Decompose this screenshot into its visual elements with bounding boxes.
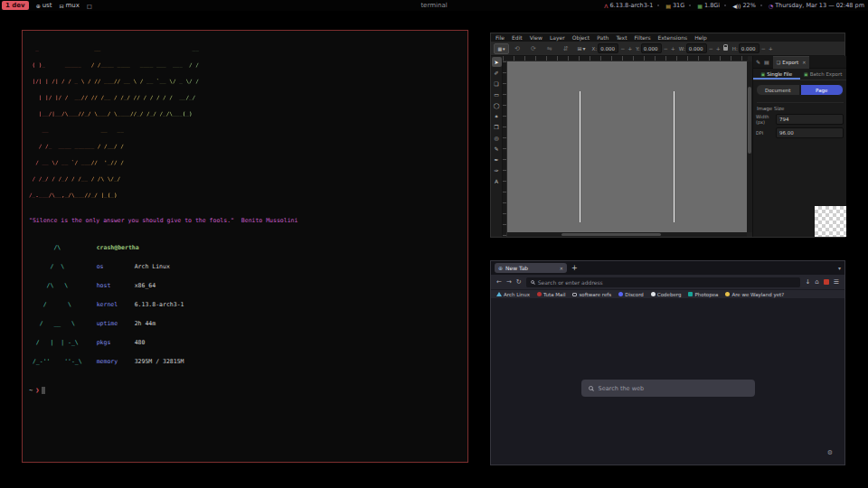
horizontal-scrollbar[interactable]: [507, 232, 747, 237]
selector-tool[interactable]: ➤: [492, 57, 502, 67]
browser-window: ⊕ New Tab ✕ + ▾ ← → ↻ Search or enter ad…: [490, 260, 845, 465]
browser-tab-new-tab[interactable]: ⊕ New Tab ✕: [495, 263, 567, 273]
workspace-mux[interactable]: ⊟ mux: [60, 2, 80, 9]
volume-module[interactable]: ◀)) 22%: [720, 2, 756, 9]
page-button[interactable]: Page: [800, 84, 844, 96]
calligraphy-tool[interactable]: ✑: [492, 165, 502, 175]
lock-ratio-icon[interactable]: [723, 47, 728, 51]
menu-path[interactable]: Path: [597, 34, 609, 41]
ellipse-tool[interactable]: ◯: [492, 100, 502, 110]
forward-icon[interactable]: →: [506, 278, 512, 286]
workspace-dev[interactable]: 1 dev: [2, 1, 29, 10]
increment-button[interactable]: +: [627, 45, 633, 52]
menu-extensions[interactable]: Extensions: [658, 34, 688, 41]
flip-horizontal-icon[interactable]: ⇋: [547, 45, 552, 52]
menu-text[interactable]: Text: [616, 34, 627, 41]
bookmark-arch-linux[interactable]: Arch Linux: [496, 292, 530, 297]
logo-line: / \: [29, 302, 82, 308]
bookmark-label: software refs: [579, 292, 611, 297]
inkscape-menubar: File Edit View Layer Object Path Text Fi…: [491, 33, 844, 42]
tab-title: New Tab: [505, 265, 528, 271]
shape-builder-tool[interactable]: ❏: [492, 79, 502, 89]
w-input[interactable]: 0.000: [686, 43, 707, 53]
fetch-value: 3295M / 32815M: [135, 359, 184, 365]
browser-navbar: ← → ↻ Search or enter address ↓ ⌂ ☰: [491, 275, 844, 289]
menu-icon[interactable]: ☰: [834, 278, 839, 286]
scrollbar-thumb[interactable]: [561, 233, 661, 236]
photopea-icon: [688, 292, 693, 296]
scrollbar-thumb[interactable]: [748, 87, 751, 154]
bookmark-folder-software-refs[interactable]: software refs: [572, 292, 611, 297]
rectangle-tool[interactable]: ▭: [492, 89, 502, 99]
pencil-dialog-icon[interactable]: ✎: [756, 59, 760, 65]
close-icon[interactable]: ✕: [802, 60, 806, 65]
menu-edit[interactable]: Edit: [512, 34, 523, 41]
reload-icon[interactable]: ↻: [516, 278, 522, 286]
personalize-gear-icon[interactable]: ⚙: [827, 449, 833, 456]
export-dpi-input[interactable]: 96.00: [776, 127, 844, 138]
increment-button[interactable]: +: [768, 45, 774, 52]
url-bar[interactable]: Search or enter address: [526, 277, 801, 287]
back-icon[interactable]: ←: [496, 278, 502, 286]
fetch-label: host: [97, 283, 135, 289]
export-mode-tabs: ▣ Single File ▣ Batch Export: [753, 69, 846, 80]
downloads-icon[interactable]: ↓: [805, 278, 810, 286]
url-placeholder: Search or enter address: [538, 279, 603, 286]
bookmark-photopea[interactable]: Photopea: [688, 292, 718, 297]
x-input[interactable]: 0.000: [598, 43, 618, 53]
bookmark-codeberg[interactable]: Codeberg: [651, 292, 682, 297]
menu-view[interactable]: View: [530, 34, 542, 41]
terminal-window[interactable]: _ __ __ ( )_ _____ / /____ ____ ____ ___…: [22, 30, 468, 463]
box3d-tool[interactable]: ❒: [492, 122, 502, 132]
bookmark-label: Discord: [625, 292, 644, 297]
increment-button[interactable]: +: [670, 45, 676, 52]
bookmark-tuta-mail[interactable]: Tuta Mail: [537, 292, 565, 297]
new-tab-button[interactable]: +: [571, 264, 578, 272]
menu-object[interactable]: Object: [572, 34, 590, 41]
close-icon[interactable]: ✕: [560, 266, 563, 271]
bookmark-are-we-wayland-yet[interactable]: Are we Wayland yet?: [725, 292, 784, 297]
ublock-icon[interactable]: [824, 279, 829, 285]
fetch-label: memory: [97, 359, 135, 365]
menu-file[interactable]: File: [495, 34, 505, 41]
home-icon[interactable]: ⌂: [815, 278, 818, 286]
pencil-tool[interactable]: ✎: [492, 144, 502, 154]
tab-single-file[interactable]: ▣ Single File: [753, 69, 800, 80]
menu-layer[interactable]: Layer: [550, 34, 565, 41]
web-search-box[interactable]: Search the web: [581, 380, 755, 397]
codeberg-icon: [651, 292, 656, 296]
workspace-ust[interactable]: ⊕ ust: [36, 2, 52, 9]
export-width-input[interactable]: 794: [776, 114, 844, 125]
menu-help[interactable]: Help: [694, 34, 707, 41]
document-button[interactable]: Document: [756, 84, 800, 96]
export-dialog-tab[interactable]: ❏ Export ✕: [773, 56, 810, 69]
node-tool[interactable]: ✐: [492, 68, 502, 78]
shell-prompt[interactable]: ~ ❯: [29, 387, 461, 394]
tab-batch-export[interactable]: ▣ Batch Export: [800, 69, 847, 80]
h-input[interactable]: 0.000: [739, 43, 760, 53]
flip-vertical-icon[interactable]: ⇵: [563, 45, 569, 52]
increment-button[interactable]: +: [715, 45, 722, 52]
export-tab-label: Export: [782, 60, 798, 65]
rotate-ccw-icon[interactable]: ⟲: [514, 45, 520, 52]
bookmark-discord[interactable]: Discord: [618, 292, 644, 297]
spiral-tool[interactable]: ◎: [492, 133, 502, 143]
menu-filters[interactable]: Filters: [635, 34, 651, 41]
snap-options-dropdown[interactable]: ⊞ ▾: [578, 45, 586, 52]
canvas[interactable]: [507, 61, 747, 232]
rotate-cw-icon[interactable]: ⟳: [531, 45, 536, 52]
selection-mode-dropdown[interactable]: ▦ ▾: [494, 43, 509, 54]
fortune-quote: "Silence is the only answer you should g…: [29, 217, 461, 224]
layers-dialog-icon[interactable]: ▤: [764, 59, 769, 65]
decrement-button[interactable]: −: [619, 45, 626, 52]
y-input[interactable]: 0.000: [641, 43, 662, 53]
star-tool[interactable]: ✶: [492, 111, 502, 121]
tab-overflow-button[interactable]: ▾: [838, 265, 841, 271]
chevron-down-icon: ▾: [503, 46, 505, 52]
bezier-tool[interactable]: ✒: [492, 155, 502, 164]
text-tool[interactable]: A: [492, 176, 502, 186]
decrement-button[interactable]: −: [663, 45, 669, 52]
decrement-button[interactable]: −: [708, 45, 714, 52]
decrement-button[interactable]: −: [760, 45, 767, 52]
workspace-empty[interactable]: □: [87, 3, 92, 9]
